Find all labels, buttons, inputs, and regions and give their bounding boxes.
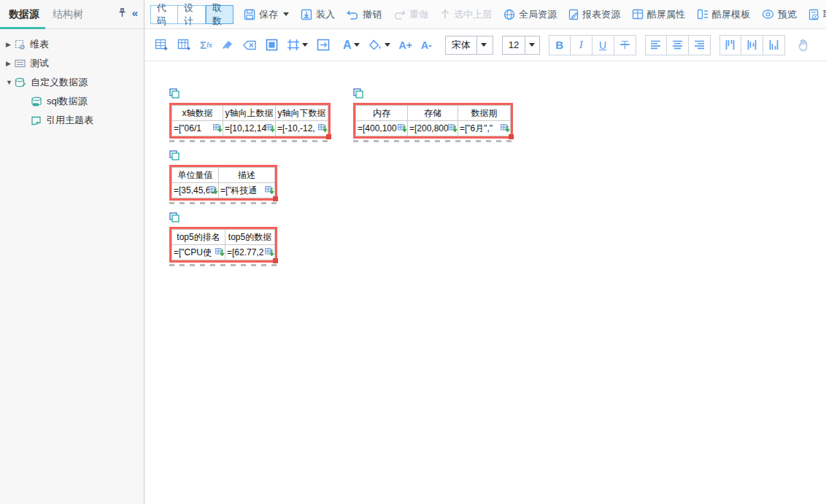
tab-structure-tree[interactable]: 结构树 <box>53 8 83 21</box>
merge-cell-button[interactable] <box>317 39 330 51</box>
decrease-font-button[interactable]: A- <box>421 39 432 51</box>
italic-button[interactable]: I <box>571 35 593 55</box>
fill-color-button[interactable] <box>368 39 390 51</box>
tree-item-custom-datasource[interactable]: ▼ 自定义数据源 <box>0 73 144 92</box>
save-dropdown-caret-icon[interactable] <box>283 12 289 16</box>
drill-data-icon[interactable] <box>448 124 458 136</box>
redo-button[interactable]: 重做 <box>393 8 428 21</box>
tree-item-theme-table[interactable]: 引用主题表 <box>0 111 144 130</box>
float-table-unit-values[interactable]: 单位量值 描述 =[35,45,65 =["科技通 <box>169 150 277 204</box>
header-cell[interactable]: 描述 <box>219 168 275 183</box>
float-window-icon[interactable] <box>353 88 513 101</box>
float-window-icon[interactable] <box>169 212 277 225</box>
header-cell[interactable]: 数据期 <box>458 106 511 121</box>
formula-cell[interactable]: =[-10,-12, <box>276 121 328 136</box>
header-cell[interactable]: 单位量值 <box>172 168 219 183</box>
preview-button[interactable]: 预览 <box>762 8 797 21</box>
header-cell[interactable]: top5的数据 <box>225 230 275 245</box>
mode-code-button[interactable]: 代码 <box>150 5 178 24</box>
expand-collapsed-icon[interactable]: ▶ <box>6 41 15 48</box>
font-size-caret-icon[interactable] <box>525 36 539 54</box>
screen-properties-button[interactable]: 酷屏属性 <box>632 8 685 21</box>
cell-style-button[interactable] <box>266 39 278 51</box>
header-cell[interactable]: 内存 <box>356 106 408 121</box>
formula-cell[interactable]: =[200,800 <box>408 121 458 136</box>
tree-item-sql-datasource[interactable]: sql数据源 <box>0 92 144 111</box>
header-cell[interactable]: top5的排名 <box>172 230 225 245</box>
float-window-icon[interactable] <box>169 88 331 101</box>
screen-template-button[interactable]: 酷屏模板 <box>697 8 750 21</box>
header-cell[interactable]: x轴数据 <box>172 106 223 121</box>
valign-top-button[interactable] <box>719 35 741 55</box>
float-table-axis-data[interactable]: x轴数据 y轴向上数据 y轴向下数据 =["06/1 =[10,12,14 =[… <box>169 88 331 142</box>
undo-button[interactable]: 撤销 <box>347 8 382 21</box>
border-caret-icon[interactable] <box>302 43 308 47</box>
tab-datasource[interactable]: 数据源 <box>9 8 39 21</box>
insert-row-button[interactable] <box>155 39 169 51</box>
selection-border[interactable]: x轴数据 y轴向上数据 y轴向下数据 =["06/1 =[10,12,14 =[… <box>169 103 331 139</box>
pin-icon[interactable] <box>118 8 126 18</box>
increase-font-button[interactable]: A+ <box>399 39 412 51</box>
clear-content-button[interactable] <box>243 40 257 50</box>
header-cell[interactable]: 存储 <box>408 106 458 121</box>
formula-cell[interactable]: =["6月"," <box>458 121 511 136</box>
design-canvas[interactable]: x轴数据 y轴向上数据 y轴向下数据 =["06/1 =[10,12,14 =[… <box>145 62 826 504</box>
header-cell[interactable]: y轴向下数据 <box>276 106 328 121</box>
float-window-icon[interactable] <box>169 150 277 163</box>
header-cell[interactable]: y轴向上数据 <box>223 106 276 121</box>
drill-data-icon[interactable] <box>209 186 218 198</box>
drill-data-icon[interactable] <box>215 248 225 260</box>
select-upper-layer-button[interactable]: 选中上层 <box>440 8 492 21</box>
insert-column-button[interactable] <box>177 39 191 51</box>
font-size-select[interactable]: 12 <box>502 36 540 55</box>
formula-cell[interactable]: =[10,12,14 <box>223 121 276 136</box>
align-right-button[interactable] <box>689 35 711 55</box>
sum-formula-button[interactable]: Σfx <box>200 39 212 51</box>
align-left-button[interactable] <box>645 35 667 55</box>
bold-button[interactable]: B <box>549 35 571 55</box>
drill-data-icon[interactable] <box>213 124 223 136</box>
resize-handle[interactable] <box>326 134 331 139</box>
font-color-button[interactable]: A <box>343 39 360 52</box>
float-table-memory-storage[interactable]: 内存 存储 数据期 =[400,100 =[200,800 =["6月"," <box>353 88 513 142</box>
font-family-caret-icon[interactable] <box>476 36 491 54</box>
valign-middle-button[interactable] <box>741 35 763 55</box>
resize-handle[interactable] <box>273 196 278 201</box>
mode-fetch-data-button[interactable]: 取数 <box>206 5 233 24</box>
formula-cell[interactable]: =["CPU使 <box>172 245 225 260</box>
strikethrough-button[interactable]: 干 <box>614 35 636 55</box>
selection-border[interactable]: 内存 存储 数据期 =[400,100 =[200,800 =["6月"," <box>353 103 513 139</box>
font-color-caret-icon[interactable] <box>354 43 360 47</box>
underline-button[interactable]: U <box>593 35 614 55</box>
formula-cell[interactable]: =[400,100 <box>356 121 408 136</box>
formula-cell[interactable]: =[62.77,2 <box>225 245 275 260</box>
valign-bottom-button[interactable] <box>763 35 785 55</box>
selection-border[interactable]: 单位量值 描述 =[35,45,65 =["科技通 <box>169 165 277 201</box>
tree-item-dim-table[interactable]: ▶ 维表 <box>0 35 144 54</box>
mode-design-button[interactable]: 设计 <box>178 5 206 24</box>
resize-handle[interactable] <box>509 134 514 139</box>
collapse-panel-icon[interactable]: « <box>132 7 138 18</box>
fill-color-caret-icon[interactable] <box>385 43 390 47</box>
formula-cell[interactable]: =["06/1 <box>172 121 223 136</box>
formula-cell[interactable]: =["科技通 <box>219 183 275 198</box>
resize-handle[interactable] <box>273 258 278 263</box>
global-resources-button[interactable]: 全局资源 <box>503 8 557 21</box>
drill-data-icon[interactable] <box>266 124 275 136</box>
format-painter-button[interactable] <box>221 39 234 51</box>
expand-collapsed-icon[interactable]: ▶ <box>6 60 15 67</box>
font-family-select[interactable]: 宋体 <box>445 36 493 55</box>
tree-item-test[interactable]: ▶ 测试 <box>0 54 144 73</box>
load-button[interactable]: 装入 <box>301 8 335 21</box>
border-settings-button[interactable] <box>287 39 308 51</box>
selection-border[interactable]: top5的排名 top5的数据 =["CPU使 =[62.77,2 <box>169 227 277 263</box>
report-resources-button[interactable]: 报表资源 <box>568 8 620 21</box>
float-table-top5[interactable]: top5的排名 top5的数据 =["CPU使 =[62.77,2 <box>169 212 277 266</box>
fetch-preview-button[interactable]: 取数预览 <box>808 8 826 21</box>
align-center-button[interactable] <box>667 35 689 55</box>
drill-data-icon[interactable] <box>398 124 407 136</box>
formula-cell[interactable]: =[35,45,65 <box>172 183 219 198</box>
expand-expanded-icon[interactable]: ▼ <box>6 79 15 86</box>
pan-hand-icon[interactable] <box>797 39 810 52</box>
save-button[interactable]: 保存 <box>244 8 289 21</box>
